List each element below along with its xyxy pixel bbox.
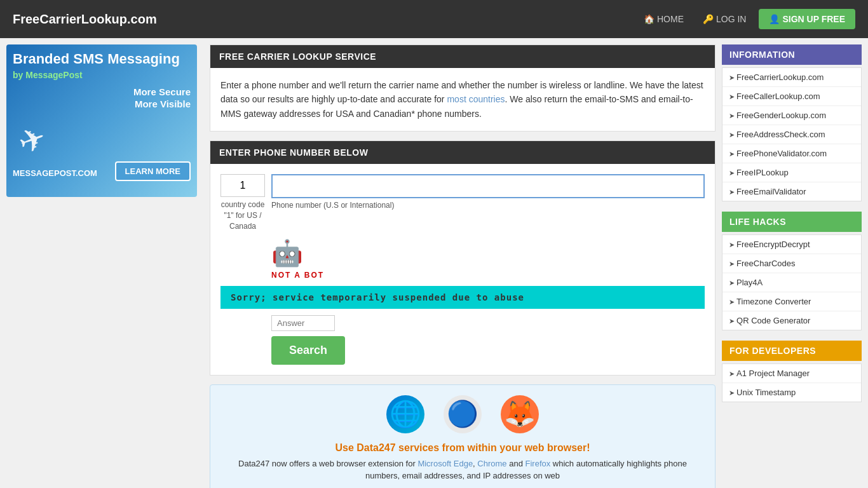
home-link[interactable]: 🏠 HOME: [637, 10, 690, 28]
firefox-icon: 🦊: [501, 395, 539, 433]
chrome-link[interactable]: Chrome: [477, 459, 506, 468]
firefox-link[interactable]: Firefox: [526, 459, 551, 468]
service-description-box: FREE CARRIER LOOKUP SERVICE Enter a phon…: [210, 44, 715, 132]
phone-input-label: Phone number (U.S or International): [271, 201, 705, 210]
ad-domain: MESSAGEPOST.COM: [13, 168, 97, 178]
sidebar-link-freeemailvalidator[interactable]: FreeEmailValidator: [722, 182, 861, 201]
signup-icon: 👤: [769, 14, 780, 24]
learn-more-button[interactable]: LEARN MORE: [115, 161, 191, 181]
sidebar-link-freecallerlookup[interactable]: FreeCallerLookup.com: [722, 87, 861, 105]
ext-desc-prefix: Data247 now offers a web browser extensi…: [238, 459, 417, 468]
list-item: FreeCallerLookup.com: [722, 87, 861, 106]
not-a-bot-label: NOT A BOT: [271, 271, 324, 280]
list-item: FreeCharCodes: [722, 254, 861, 273]
service-description: Enter a phone number and we'll return th…: [210, 68, 715, 131]
lifehacks-links: FreeEncryptDecrypt FreeCharCodes Play4A …: [722, 234, 862, 330]
sidebar-link-play4a[interactable]: Play4A: [722, 273, 861, 292]
home-label: HOME: [657, 14, 684, 24]
suspended-message: Sorry; service temporarily suspended due…: [220, 286, 705, 309]
country-code-input[interactable]: [220, 174, 265, 197]
chrome-browser-item: 🔵: [444, 395, 482, 436]
signup-button[interactable]: 👤 SIGN UP FREE: [759, 9, 855, 29]
login-label: LOG IN: [716, 14, 746, 24]
sidebar-link-a1projectmanager[interactable]: A1 Project Manager: [722, 364, 861, 383]
browser-icons: 🌐 🔵 🦊: [220, 395, 705, 436]
phone-form-inner: country code"1" for US /Canada Phone num…: [210, 164, 715, 374]
list-item: FreeAddressCheck.com: [722, 125, 861, 144]
firefox-browser-item: 🦊: [501, 395, 539, 436]
robot-icon: 🤖: [271, 238, 705, 268]
answer-input[interactable]: [271, 315, 335, 331]
left-sidebar: Branded SMS Messaging by MessagePost Mor…: [6, 44, 203, 488]
ad-subtitle: by MessagePost: [13, 70, 191, 80]
login-icon: 🔑: [703, 14, 714, 24]
sidebar-link-freecharcodes[interactable]: FreeCharCodes: [722, 254, 861, 273]
list-item: FreeCarrierLookup.com: [722, 68, 861, 87]
sidebar-link-unixtimestamp[interactable]: Unix Timestamp: [722, 383, 861, 402]
sidebar-link-freeiplookup[interactable]: FreeIPLookup: [722, 163, 861, 182]
ext-title: Use Data247 services from within your we…: [220, 442, 705, 454]
developers-header: FOR DEVELOPERS: [722, 341, 862, 361]
information-header: INFORMATION: [722, 44, 862, 65]
list-item: Unix Timestamp: [722, 383, 861, 402]
phone-form-box: ENTER PHONE NUMBER BELOW country code"1"…: [210, 140, 715, 375]
developers-links: A1 Project Manager Unix Timestamp: [722, 363, 862, 402]
home-icon: 🏠: [644, 14, 654, 24]
sidebar-link-freeencryptdecrypt[interactable]: FreeEncryptDecrypt: [722, 235, 861, 254]
search-button[interactable]: Search: [271, 336, 345, 365]
list-item: Timezone Converter: [722, 292, 861, 311]
ext-description: Data247 now offers a web browser extensi…: [220, 458, 705, 482]
sidebar-link-freephonevalidator[interactable]: FreePhoneValidator.com: [722, 144, 861, 163]
signup-label: SIGN UP FREE: [782, 14, 845, 24]
most-countries-link[interactable]: most countries: [447, 94, 505, 104]
sidebar-link-freeaddresscheck[interactable]: FreeAddressCheck.com: [722, 125, 861, 144]
right-sidebar: INFORMATION FreeCarrierLookup.com FreeCa…: [722, 44, 862, 488]
list-item: A1 Project Manager: [722, 364, 861, 383]
sidebar-link-qrcodegenerator[interactable]: QR Code Generator: [722, 311, 861, 330]
lifehacks-header: LIFE HACKS: [722, 212, 862, 232]
logo[interactable]: FreeCarrierLookup.com: [13, 12, 157, 27]
list-item: FreeGenderLookup.com: [722, 106, 861, 125]
sidebar-link-freecarrierlookup[interactable]: FreeCarrierLookup.com: [722, 68, 861, 86]
phone-input-wrap: Phone number (U.S or International): [271, 174, 705, 210]
ad-banner[interactable]: Branded SMS Messaging by MessagePost Mor…: [6, 44, 197, 197]
nav: 🏠 HOME 🔑 LOG IN 👤 SIGN UP FREE: [637, 9, 855, 29]
phone-number-input[interactable]: [271, 174, 705, 198]
lifehacks-section: LIFE HACKS FreeEncryptDecrypt FreeCharCo…: [722, 212, 862, 330]
list-item: QR Code Generator: [722, 311, 861, 330]
list-item: FreeEncryptDecrypt: [722, 235, 861, 254]
developers-section: FOR DEVELOPERS A1 Project Manager Unix T…: [722, 341, 862, 402]
country-code-label: country code"1" for US /Canada: [221, 200, 265, 231]
ad-tagline1: More Secure: [13, 86, 191, 97]
ad-taglines: More Secure More Visible: [13, 85, 191, 111]
form-header: ENTER PHONE NUMBER BELOW: [210, 141, 715, 164]
paper-plane-icon: ✈: [13, 119, 51, 163]
ad-title: Branded SMS Messaging: [13, 51, 191, 67]
sidebar-link-freegenderlookup[interactable]: FreeGenderLookup.com: [722, 106, 861, 125]
list-item: FreePhoneValidator.com: [722, 144, 861, 163]
ad-tagline2: More Visible: [13, 98, 191, 109]
edge-browser-item: 🌐: [386, 395, 424, 436]
edge-link[interactable]: Microsoft Edge: [417, 459, 473, 468]
information-links: FreeCarrierLookup.com FreeCallerLookup.c…: [722, 67, 862, 201]
captcha-area: 🤖 NOT A BOT: [271, 238, 705, 280]
sidebar-link-timezoneconverter[interactable]: Timezone Converter: [722, 292, 861, 311]
list-item: FreeIPLookup: [722, 163, 861, 182]
country-code-wrap: country code"1" for US /Canada: [220, 174, 265, 231]
main-content: FREE CARRIER LOOKUP SERVICE Enter a phon…: [210, 44, 715, 488]
service-header: FREE CARRIER LOOKUP SERVICE: [210, 45, 715, 68]
login-link[interactable]: 🔑 LOG IN: [696, 10, 752, 28]
header: FreeCarrierLookup.com 🏠 HOME 🔑 LOG IN 👤 …: [0, 0, 868, 38]
information-section: INFORMATION FreeCarrierLookup.com FreeCa…: [722, 44, 862, 201]
phone-row: country code"1" for US /Canada Phone num…: [220, 174, 705, 231]
chrome-icon: 🔵: [444, 395, 482, 433]
edge-icon: 🌐: [386, 395, 424, 433]
list-item: FreeEmailValidator: [722, 182, 861, 201]
list-item: Play4A: [722, 273, 861, 292]
browser-extension-box: 🌐 🔵 🦊 Use Data247 services from within y…: [210, 384, 715, 488]
